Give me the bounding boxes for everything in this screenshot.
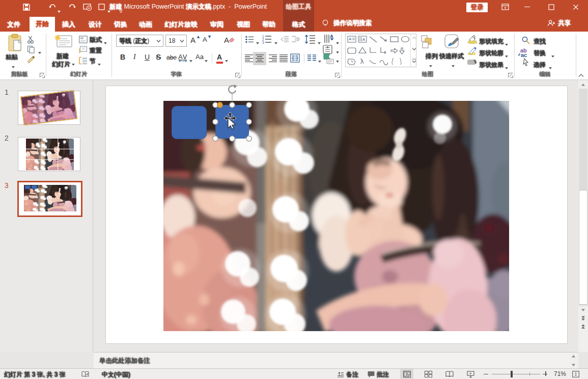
svg-text:A: A: [330, 34, 333, 39]
svg-text:A: A: [349, 37, 352, 41]
svg-text:3: 3: [262, 41, 264, 44]
svg-text:A: A: [362, 37, 366, 42]
